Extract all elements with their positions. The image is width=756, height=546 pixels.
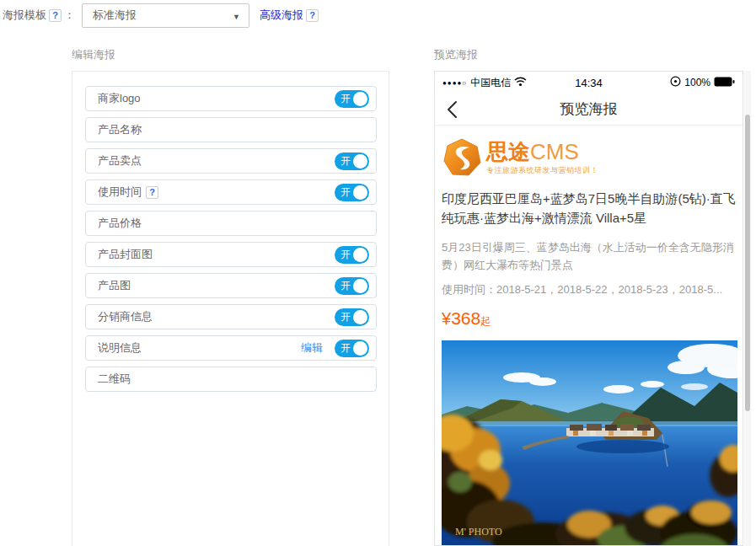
product-cover-photo: M' PHOTO (442, 340, 737, 545)
phone-status-bar: 14:34 ●●●●○ 中国电信 100% (435, 72, 743, 94)
row-product-image: 产品图 开 (85, 273, 377, 298)
merchant-logo: 思途CMS 专注旅游系统研发与营销培训！ (442, 136, 736, 180)
row-description-info: 说明信息 编辑 开 (85, 335, 377, 361)
merchant-logo-toggle[interactable]: 开 (335, 90, 369, 108)
toggle-knob (353, 92, 367, 106)
row-label: 二维码 (98, 372, 131, 387)
label-colon: ： (64, 8, 75, 23)
row-distributor-info: 分销商信息 开 (85, 304, 377, 329)
row-selling-point: 产品卖点 开 (85, 148, 377, 174)
template-label: 海报模板 (3, 8, 46, 23)
toggle-knob (353, 248, 367, 262)
signal-dots-icon: ●●●●○ (442, 79, 467, 87)
row-cover-image: 产品封面图 开 (85, 242, 377, 267)
use-time-toggle[interactable]: 开 (335, 184, 369, 201)
row-label: 产品封面图 (98, 247, 153, 262)
toggle-knob (353, 310, 367, 324)
product-use-time: 使用时间：2018-5-21，2018-5-22，2018-5-23，2018-… (442, 282, 736, 297)
toggle-knob (353, 154, 367, 169)
row-product-name: 产品名称 (85, 117, 377, 142)
preview-poster-title: 预览海报 (434, 47, 478, 62)
row-label: 产品名称 (98, 122, 142, 137)
advanced-poster-link[interactable]: 高级海报 (260, 8, 303, 23)
cover-image-toggle[interactable]: 开 (335, 246, 369, 264)
advanced-help-icon[interactable]: ? (306, 9, 319, 22)
product-image-toggle[interactable]: 开 (335, 277, 369, 295)
distributor-info-toggle[interactable]: 开 (335, 308, 369, 326)
brand-name-cn: 思途 (486, 139, 530, 164)
orientation-lock-icon (670, 76, 681, 89)
brand-tagline: 专注旅游系统研发与营销培训！ (486, 165, 598, 176)
product-price: ¥368起 (442, 308, 736, 329)
chevron-down-icon: ▼ (233, 13, 240, 21)
description-edit-link[interactable]: 编辑 (301, 340, 323, 356)
poster-preview-phone: 14:34 ●●●●○ 中国电信 100% 预览海报 (434, 71, 743, 546)
row-product-price: 产品价格 (85, 211, 377, 236)
phone-nav-bar: 预览海报 (435, 94, 743, 126)
selling-point-toggle[interactable]: 开 (335, 153, 369, 170)
row-merchant-logo: 商家logo 开 (85, 86, 377, 111)
row-label: 分销商信息 (98, 309, 153, 324)
product-selling-point: 5月23日引爆周三、蓝梦岛出海（水上活动一价全含无隐形消费）网红大瀑布等热门景点 (442, 238, 736, 274)
template-select-value: 标准海报 (93, 8, 137, 23)
carrier-label: 中国电信 (470, 76, 511, 90)
row-label: 商家logo (98, 91, 141, 106)
row-label: 说明信息 (98, 340, 142, 356)
currency-symbol: ¥ (442, 309, 451, 328)
poster-template-toolbar: 海报模板 ? ： 标准海报 ▼ 高级海报 ? (3, 0, 321, 30)
wifi-icon (514, 77, 527, 89)
poster-content: 思途CMS 专注旅游系统研发与营销培训！ 印度尼西亚巴厘岛+蓝梦岛7日5晚半自助… (435, 136, 743, 546)
battery-icon (714, 77, 735, 89)
template-help-icon[interactable]: ? (49, 9, 62, 22)
preview-scrollbar-thumb[interactable] (745, 115, 750, 411)
photo-watermark: M' PHOTO (455, 526, 502, 538)
battery-percent: 100% (684, 77, 710, 88)
row-label: 产品卖点 (98, 153, 142, 169)
row-label: 产品图 (98, 278, 131, 293)
template-select[interactable]: 标准海报 ▼ (82, 3, 249, 28)
row-use-time: 使用时间 ? 开 (85, 179, 377, 205)
row-label: 使用时间 (98, 185, 142, 200)
description-info-toggle[interactable]: 开 (335, 340, 369, 357)
toggle-knob (353, 185, 367, 200)
brand-gem-icon (442, 137, 482, 180)
preview-scrollbar[interactable] (744, 71, 751, 546)
use-time-help-icon[interactable]: ? (146, 186, 158, 199)
row-qrcode: 二维码 (85, 367, 377, 392)
brand-name-en: CMS (530, 139, 579, 164)
edit-poster-title: 编辑海报 (72, 47, 115, 62)
toggle-knob (353, 279, 367, 293)
edit-poster-panel: 商家logo 开 产品名称 产品卖点 开 使用时间 ? 开 产品价格 产品封面图 (72, 71, 389, 546)
nav-title: 预览海报 (435, 99, 743, 119)
product-title: 印度尼西亚巴厘岛+蓝梦岛7日5晚半自助游(5钻)·直飞纯玩惠·蓝梦出海+激情漂流… (442, 189, 736, 228)
row-label: 产品价格 (98, 216, 142, 231)
toggle-knob (353, 341, 367, 356)
